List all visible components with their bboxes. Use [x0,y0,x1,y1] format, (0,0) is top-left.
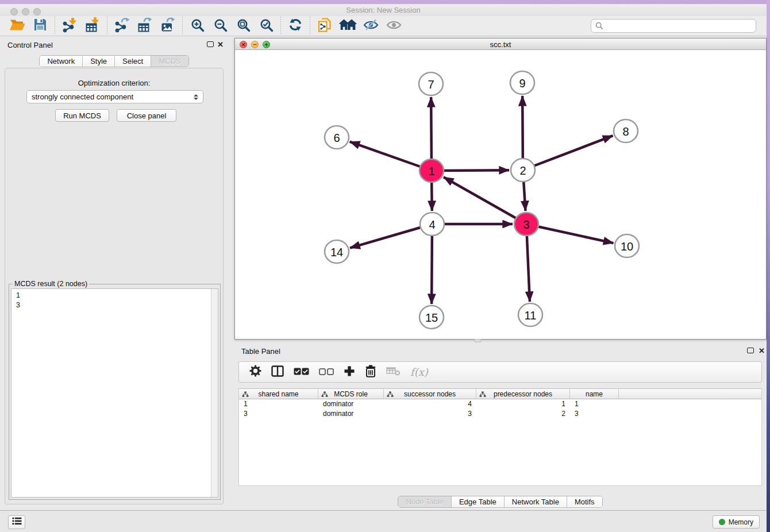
hierarchy-icon [387,391,394,399]
show-panels-button[interactable] [382,17,405,36]
graph-node-11[interactable]: 11 [518,303,542,326]
edge-1-6[interactable] [350,142,432,171]
svg-text:6: 6 [333,132,340,144]
search-input[interactable] [591,19,756,33]
table-row[interactable]: 1 dominator 4 1 1 [239,399,761,409]
tab-motifs[interactable]: Motifs [567,496,602,507]
edge-3-10[interactable] [526,224,614,243]
zoom-in-icon [190,18,205,34]
import-table-button[interactable] [81,17,104,36]
cell-predecessor-nodes[interactable]: 1 [476,399,570,409]
open-folder-icon [9,18,26,34]
houses-icon [339,18,357,33]
export-image-icon [160,17,176,35]
tab-network-table[interactable]: Network Table [505,496,567,507]
cell-successor-nodes[interactable]: 4 [384,399,476,409]
graph-node-14[interactable]: 14 [325,240,349,263]
tab-network[interactable]: Network [40,56,83,67]
cell-shared-name[interactable]: 1 [239,399,318,409]
column-header-successor-nodes[interactable]: successor nodes [384,389,476,399]
horizontal-splitter[interactable] [234,340,767,342]
deselect-all-button[interactable] [319,367,334,377]
tab-mcds[interactable]: MCDS [151,56,188,67]
open-file-button[interactable] [6,17,29,36]
close-panel-icon[interactable]: ✕ [759,346,765,355]
graph-node-2[interactable]: 2 [511,159,535,182]
cell-filler [619,409,761,419]
export-network-button[interactable] [110,17,133,36]
zoom-out-icon [213,18,228,34]
cell-predecessor-nodes[interactable]: 2 [476,409,570,419]
column-header-mcds-role[interactable]: MCDS role [318,389,384,399]
import-network-button[interactable] [58,17,81,36]
hierarchy-icon [242,391,249,399]
apply-layout-button[interactable] [284,17,307,36]
criterion-select[interactable]: strongly connected component [26,90,203,103]
run-mcds-button[interactable]: Run MCDS [55,109,109,122]
graph-node-6[interactable]: 6 [325,126,349,149]
toolbar-separator [55,17,55,35]
clone-network-button[interactable] [313,17,336,36]
cell-name[interactable]: 1 [570,399,619,409]
delete-row-button[interactable] [365,365,376,380]
result-scrollbar[interactable] [211,289,218,497]
export-table-icon [137,17,153,35]
close-panel-icon[interactable]: ✕ [217,40,224,49]
column-layout-button[interactable] [271,365,284,379]
table-panel-title: Table Panel [241,347,280,356]
zoom-fit-button[interactable] [232,17,255,36]
float-panel-icon[interactable] [207,41,214,47]
toolbar-separator [280,17,281,35]
add-row-button[interactable] [344,365,355,379]
save-session-button[interactable] [29,17,52,36]
tab-select[interactable]: Select [115,56,151,67]
select-all-button[interactable] [294,367,309,377]
cell-mcds-role[interactable]: dominator [318,399,384,409]
float-panel-icon[interactable] [747,348,754,353]
cell-successor-nodes[interactable]: 3 [384,409,476,419]
column-header-shared-name[interactable]: shared name [239,389,318,399]
zoom-selected-button[interactable] [255,17,278,36]
edge-4-14[interactable] [350,224,432,248]
close-panel-button[interactable]: Close panel [117,109,176,122]
cell-name[interactable]: 3 [570,409,619,419]
tab-node-table[interactable]: Node Table [398,496,452,507]
tab-edge-table[interactable]: Edge Table [452,496,505,507]
checked-boxes-icon [294,367,309,377]
graph-node-8[interactable]: 8 [614,119,638,142]
hide-panels-button[interactable] [359,17,382,36]
edge-3-1[interactable] [444,177,526,224]
graph-node-4[interactable]: 4 [420,213,444,236]
network-canvas[interactable]: 7968124314101511 [235,50,766,339]
network-window-titlebar: scc.txt [235,38,766,50]
graph-node-9[interactable]: 9 [510,71,534,94]
svg-text:1: 1 [428,165,434,178]
table-settings-button[interactable] [249,365,261,379]
export-image-button[interactable] [156,17,179,36]
graph-node-1[interactable]: 1 [419,159,444,182]
export-table-button[interactable] [133,17,156,36]
cell-mcds-role[interactable]: dominator [318,409,384,419]
svg-text:7: 7 [428,78,434,91]
desktop-background-top [0,0,770,4]
column-header-name[interactable]: name [570,389,619,399]
network-graph[interactable]: 7968124314101511 [235,50,766,339]
task-history-button[interactable] [8,515,25,529]
status-bar: Memory [0,510,767,532]
cell-shared-name[interactable]: 3 [239,409,318,419]
memory-button[interactable]: Memory [713,515,760,529]
tab-style[interactable]: Style [83,56,115,67]
reset-view-button[interactable] [336,17,359,36]
graph-node-15[interactable]: 15 [419,306,444,329]
edge-2-8[interactable] [523,136,613,170]
result-line: 3 [16,300,213,310]
graph-node-10[interactable]: 10 [615,234,639,257]
graph-node-3[interactable]: 3 [514,213,538,236]
zoom-out-button[interactable] [209,17,232,36]
column-header-predecessor-nodes[interactable]: predecessor nodes [476,389,570,399]
mcds-result-textarea[interactable]: 1 3 [11,288,218,498]
graph-node-7[interactable]: 7 [419,72,443,95]
zoom-in-button[interactable] [186,17,209,36]
table-row[interactable]: 3 dominator 3 2 3 [239,409,761,419]
column-header-filler [619,389,761,399]
